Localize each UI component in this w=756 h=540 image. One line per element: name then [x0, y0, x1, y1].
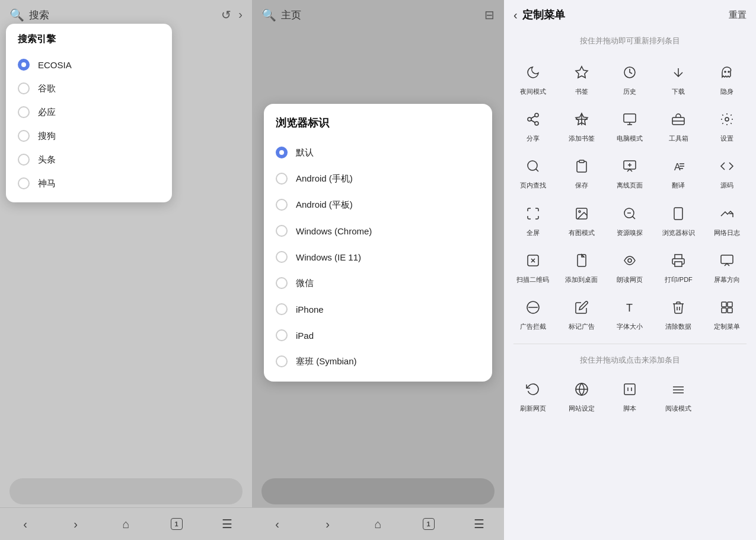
dialog-item-wechat[interactable]: 微信 — [264, 270, 492, 296]
dropdown-item-sogou[interactable]: 搜狗 — [6, 124, 172, 148]
dialog-item-android-tablet[interactable]: Android (平板) — [264, 192, 492, 218]
menu-item-4[interactable]: 隐身 — [703, 55, 751, 101]
svg-rect-20 — [579, 160, 584, 163]
radio-toutiao[interactable] — [18, 154, 30, 166]
menu-item-10[interactable]: 页内查找 — [509, 148, 557, 195]
menu-item-25[interactable]: 广告拦截 — [509, 290, 557, 336]
middle-home-btn[interactable]: ⌂ — [368, 513, 389, 535]
radio-bing[interactable] — [18, 106, 30, 118]
left-search-bar[interactable] — [9, 478, 243, 504]
radio-android-phone[interactable] — [276, 173, 288, 185]
radio-ecosia[interactable] — [18, 59, 30, 71]
secondary-item-2[interactable]: 脚本 — [606, 371, 655, 418]
menu-item-8[interactable]: 工具箱 — [654, 101, 703, 148]
right-back-btn[interactable]: ‹ — [513, 8, 518, 22]
menu-item-11[interactable]: 保存 — [557, 148, 606, 195]
left-search-placeholder[interactable]: 搜索 — [29, 8, 216, 22]
menu-item-26[interactable]: 标记广告 — [557, 290, 606, 336]
radio-google[interactable] — [18, 82, 30, 94]
menu-item-20[interactable]: 扫描二维码 — [509, 243, 557, 290]
menu-item-13[interactable]: A翻译 — [654, 148, 703, 195]
radio-ipad[interactable] — [276, 329, 288, 341]
menu-item-18[interactable]: 浏览器标识 — [654, 196, 703, 243]
middle-search-bar[interactable] — [261, 478, 495, 504]
radio-iphone[interactable] — [276, 303, 288, 315]
svg-point-18 — [528, 161, 537, 170]
forward-icon[interactable]: › — [238, 8, 243, 22]
radio-sogou[interactable] — [18, 130, 30, 142]
middle-tabs-btn[interactable]: 1 — [418, 513, 439, 535]
menu-item-17[interactable]: 资源嗅探 — [606, 196, 655, 243]
menu-item-22[interactable]: 朗读网页 — [606, 243, 655, 290]
menu-icon-29 — [715, 296, 739, 319]
dropdown-item-ecosia[interactable]: ECOSIA — [6, 53, 172, 77]
menu-item-6[interactable]: 添加书签 — [557, 101, 606, 148]
dropdown-item-shenma[interactable]: 神马 — [6, 171, 172, 195]
radio-windows-ie[interactable] — [276, 251, 288, 263]
left-back-btn[interactable]: ‹ — [15, 513, 36, 535]
dialog-item-android-phone[interactable]: Android (手机) — [264, 166, 492, 192]
secondary-label-1: 网站设定 — [569, 405, 595, 412]
menu-item-16[interactable]: 有图模式 — [557, 196, 606, 243]
left-tabs-btn[interactable]: 1 — [166, 513, 187, 535]
menu-item-7[interactable]: 电脑模式 — [606, 101, 655, 148]
middle-back-btn[interactable]: ‹ — [267, 513, 288, 535]
radio-shenma[interactable] — [18, 177, 30, 189]
left-menu-btn[interactable]: ☰ — [216, 513, 238, 535]
reset-button[interactable]: 重置 — [729, 9, 747, 21]
menu-item-12[interactable]: 离线页面 — [606, 148, 655, 195]
dialog-label-android-phone: Android (手机) — [296, 173, 353, 185]
dialog-item-windows-chrome[interactable]: Windows (Chrome) — [264, 218, 492, 244]
secondary-item-0[interactable]: 刷新网页 — [509, 371, 557, 418]
middle-minimize-icon[interactable]: ⊟ — [484, 8, 495, 22]
dialog-item-iphone[interactable]: iPhone — [264, 296, 492, 322]
left-home-btn[interactable]: ⌂ — [116, 513, 137, 535]
svg-point-29 — [579, 211, 580, 212]
svg-line-7 — [531, 120, 535, 123]
menu-item-28[interactable]: 清除数据 — [654, 290, 703, 336]
secondary-item-3[interactable]: 阅读模式 — [654, 371, 703, 418]
menu-item-24[interactable]: 屏幕方向 — [703, 243, 751, 290]
menu-item-29[interactable]: 定制菜单 — [703, 290, 751, 336]
radio-windows-chrome[interactable] — [276, 225, 288, 237]
menu-icon-9 — [715, 107, 739, 131]
middle-menu-btn[interactable]: ☰ — [468, 513, 490, 535]
dialog-item-ipad[interactable]: iPad — [264, 322, 492, 348]
svg-point-4 — [535, 113, 538, 117]
refresh-icon[interactable]: ↺ — [221, 8, 231, 22]
left-nav-icons: ↺ › — [221, 8, 243, 22]
menu-item-23[interactable]: 打印/PDF — [654, 243, 703, 290]
menu-item-0[interactable]: 夜间模式 — [509, 55, 557, 101]
menu-item-19[interactable]: 网络日志 — [703, 196, 751, 243]
search-engine-dropdown: 搜索引擎 ECOSIA 谷歌 必应 搜狗 头条 神马 — [6, 24, 172, 202]
dropdown-item-toutiao[interactable]: 头条 — [6, 148, 172, 171]
menu-item-1[interactable]: 书签 — [557, 55, 606, 101]
dialog-item-symbian[interactable]: 塞班 (Symbian) — [264, 348, 492, 374]
menu-item-21[interactable]: 添加到桌面 — [557, 243, 606, 290]
menu-item-2[interactable]: 历史 — [606, 55, 655, 101]
menu-item-14[interactable]: 源码 — [703, 148, 751, 195]
menu-item-9[interactable]: 设置 — [703, 101, 751, 148]
radio-android-tablet[interactable] — [276, 199, 288, 211]
svg-rect-44 — [728, 302, 732, 307]
middle-forward-btn[interactable]: › — [317, 513, 339, 535]
dialog-item-windows-ie[interactable]: Windows (IE 11) — [264, 244, 492, 270]
menu-item-5[interactable]: 分享 — [509, 101, 557, 148]
left-tab-count[interactable]: 1 — [171, 518, 183, 530]
right-panel: ‹ 定制菜单 重置 按住并拖动即可重新排列条目 夜间模式书签历史下载隐身分享添加… — [504, 0, 756, 540]
menu-item-15[interactable]: 全屏 — [509, 196, 557, 243]
dropdown-item-bing[interactable]: 必应 — [6, 100, 172, 124]
menu-item-3[interactable]: 下载 — [654, 55, 703, 101]
menu-label-29: 定制菜单 — [714, 323, 740, 331]
radio-wechat[interactable] — [276, 277, 288, 289]
menu-item-27[interactable]: T字体大小 — [606, 290, 655, 336]
radio-default[interactable] — [276, 147, 288, 158]
right-header: ‹ 定制菜单 重置 — [504, 0, 756, 30]
dialog-item-default[interactable]: 默认 — [264, 139, 492, 166]
radio-symbian[interactable] — [276, 355, 288, 367]
secondary-item-1[interactable]: 网站设定 — [557, 371, 606, 418]
dropdown-item-google[interactable]: 谷歌 — [6, 77, 172, 100]
menu-icon-10 — [521, 154, 545, 178]
left-forward-btn[interactable]: › — [65, 513, 87, 535]
middle-tab-count[interactable]: 1 — [423, 518, 435, 530]
